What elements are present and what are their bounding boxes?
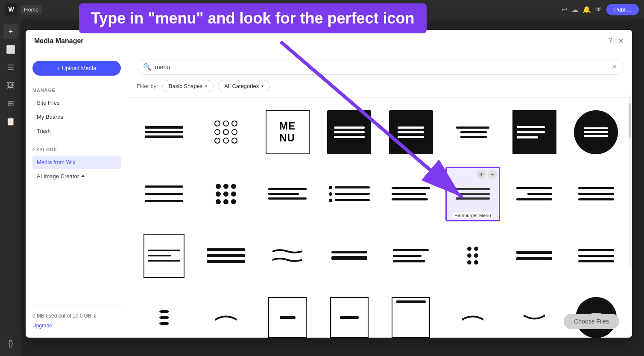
grid-item-16[interactable] [569,167,624,222]
grid-item-23[interactable] [507,228,562,283]
modal-header-right: ? × [608,36,624,46]
modal-title: Media Manager [34,37,84,45]
choose-files-button[interactable]: Choose Files [564,314,619,329]
storage-info: 0 MB used out of 10.0 GB ℹ Upgrade [32,306,121,329]
grid-item-11[interactable] [260,167,315,222]
modal-header: Media Manager ? × [26,30,632,52]
grid-item-29[interactable] [383,290,439,338]
left-panel: + Upload Media MANAGE Site Files My Boar… [26,52,128,338]
filter-all-categories-label: All Categories [224,83,259,89]
upgrade-link[interactable]: Upgrade [32,323,52,329]
grid-item-31[interactable] [507,290,562,338]
filter-basic-shapes[interactable]: Basic Shapes ▾ [162,80,214,92]
undo-icon[interactable]: ↩ [562,6,567,14]
grid-item-24[interactable] [569,228,624,283]
grid-item-15[interactable] [507,167,562,222]
grid-item-30[interactable] [445,290,501,338]
modal-close-icon[interactable]: × [618,36,624,46]
grid-item-2[interactable] [199,105,254,160]
grid-item-21[interactable] [383,228,439,283]
grid-item-27[interactable] [260,290,315,338]
filter-label: Filter by: [137,83,158,89]
grid-item-17[interactable] [137,228,192,283]
filter-all-categories[interactable]: All Categories ▾ [218,80,270,92]
sidebar-icon-sections[interactable]: ☰ [3,60,18,75]
storage-text: 0 MB used out of 10.0 GB [32,313,91,319]
modal-body: + Upload Media MANAGE Site Files My Boar… [26,52,632,338]
grid-item-13[interactable] [383,167,439,222]
grid-item-14-hamburger-menu[interactable]: 👁 + Hamburger Menu [445,167,501,222]
publish-button[interactable]: Publi... [606,4,639,15]
filter-row: Filter by: Basic Shapes ▾ All Categories… [137,80,624,92]
grid-item-8[interactable] [569,105,624,160]
grid-item-5[interactable] [383,105,439,160]
eye-icon[interactable]: 👁 [595,6,602,13]
home-button[interactable]: Home [20,5,42,15]
nav-media-from-wix[interactable]: Media from Wix [32,156,121,169]
nav-site-files[interactable]: Site Files [32,96,121,109]
grid-item-7[interactable] [507,105,562,160]
search-input[interactable] [155,64,608,71]
media-grid: MENU [137,105,624,338]
filter-basic-shapes-label: Basic Shapes [169,83,203,89]
grid-item-10[interactable] [199,167,254,222]
chevron-down-icon-2: ▾ [261,84,263,88]
top-bar: W Home ↩ ☁ 🔔 👁 Publi... [0,0,644,19]
content-area: MENU [128,98,632,338]
left-sidebar: + ⬜ ☰ 🖼 ⊞ 📋 {} [0,19,21,356]
upload-media-button[interactable]: + Upload Media [32,61,121,76]
grid-item-12[interactable] [322,167,377,222]
grid-item-1[interactable] [137,105,192,160]
grid-item-20[interactable] [322,228,377,283]
sidebar-icon-contacts[interactable]: 📋 [3,114,18,129]
bell-icon[interactable]: 🔔 [583,6,591,14]
grid-item-6[interactable] [445,105,501,160]
nav-my-boards[interactable]: My Boards [32,110,121,124]
grid-item-actions: 👁 + [477,170,497,179]
search-icon: 🔍 [143,63,152,71]
explore-section-label: EXPLORE [32,147,121,152]
cloud-icon[interactable]: ☁ [571,6,578,14]
media-manager-modal: Media Manager ? × + Upload Media MANAGE … [26,30,632,338]
sidebar-icon-media[interactable]: 🖼 [3,78,18,93]
modal-help-icon[interactable]: ? [608,36,612,45]
nav-ai-image-creator[interactable]: AI Image Creator ✦ [32,170,121,183]
manage-section-label: MANAGE [32,88,121,93]
grid-item-3[interactable]: MENU [260,105,315,160]
scrollbar[interactable] [629,95,631,266]
grid-item-25[interactable] [137,290,192,338]
nav-trash[interactable]: Trash [32,124,121,138]
chevron-down-icon: ▾ [205,84,207,88]
sidebar-icon-pages[interactable]: ⬜ [3,42,18,57]
right-panel: 🔍 ✕ Filter by: Basic Shapes ▾ All Catego… [128,52,632,338]
sidebar-icon-add[interactable]: + [3,24,18,39]
grid-item-22[interactable] [445,228,501,283]
grid-item-28[interactable] [322,290,377,338]
grid-item-19[interactable] [260,228,315,283]
grid-item-4[interactable] [322,105,377,160]
grid-item-9[interactable] [137,167,192,222]
sidebar-icon-apps[interactable]: ⊞ [3,96,18,111]
search-bar: 🔍 ✕ [137,59,624,75]
hamburger-menu-label: Hamburger Menu [453,212,493,218]
grid-item-18[interactable] [199,228,254,283]
app-logo: W [5,3,17,15]
sidebar-icon-code[interactable]: {} [3,335,18,351]
top-bar-right: ↩ ☁ 🔔 👁 Publi... [562,4,639,15]
grid-item-26[interactable] [199,290,254,338]
scrollbar-thumb[interactable] [629,103,631,138]
grid-item-action-add[interactable]: + [488,170,497,179]
grid-item-action-eye[interactable]: 👁 [477,170,486,179]
search-area: 🔍 ✕ Filter by: Basic Shapes ▾ All Catego… [128,52,632,98]
search-clear-icon[interactable]: ✕ [612,63,617,71]
storage-info-icon: ℹ [94,313,96,319]
